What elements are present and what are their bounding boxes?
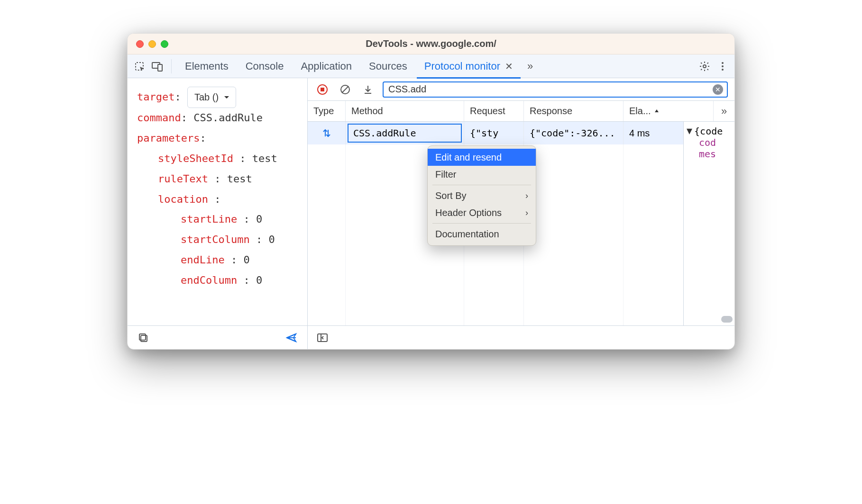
disclosure-triangle-icon[interactable]: ▼ (687, 125, 692, 136)
detail-key: cod (699, 137, 716, 148)
tab-console[interactable]: Console (238, 54, 292, 78)
chevron-down-icon (223, 95, 230, 100)
chevron-right-icon: › (525, 191, 528, 201)
ctx-edit-resend[interactable]: Edit and resend (428, 149, 536, 166)
protocol-footer (308, 325, 734, 349)
command-editor-footer (128, 325, 307, 349)
ctx-sort-by-label: Sort By (435, 190, 467, 201)
svg-point-6 (722, 69, 724, 71)
param-key: startColumn (181, 234, 250, 245)
protocol-toolbar: CSS.add ✕ (308, 78, 734, 101)
separator (171, 59, 172, 73)
tab-elements[interactable]: Elements (177, 54, 236, 78)
ctx-filter[interactable]: Filter (428, 166, 536, 183)
clear-button[interactable] (337, 81, 353, 98)
send-command-button[interactable] (284, 330, 300, 346)
ctx-documentation[interactable]: Documentation (428, 225, 536, 243)
param-value: test (252, 153, 277, 164)
tab-application[interactable]: Application (293, 54, 359, 78)
more-columns-icon[interactable]: » (714, 101, 734, 121)
protocol-log-panel: CSS.add ✕ Type Method Request Response E… (308, 78, 734, 349)
toggle-sidebar-icon[interactable] (314, 330, 330, 346)
svg-rect-8 (139, 334, 146, 340)
sort-asc-icon (654, 108, 660, 114)
svg-point-5 (722, 65, 724, 67)
param-key: styleSheetId (158, 153, 233, 164)
cell-method: CSS.addRule (346, 122, 464, 144)
command-editor-panel: target: Tab () command: CSS.addRule para… (128, 78, 308, 349)
titlebar: DevTools - www.google.com/ (128, 34, 734, 54)
more-tabs-icon[interactable]: » (523, 60, 538, 72)
table-header: Type Method Request Response Ela... » (308, 101, 734, 122)
tab-protocol-monitor[interactable]: Protocol monitor ✕ (417, 54, 521, 78)
record-button[interactable] (314, 81, 330, 98)
method-chip: CSS.addRule (348, 124, 462, 143)
context-menu: Edit and resend Filter Sort By › Header … (427, 145, 536, 246)
ctx-header-options-label: Header Options (435, 207, 502, 218)
header-method[interactable]: Method (346, 101, 464, 121)
cell-type (308, 122, 346, 144)
devtools-window: DevTools - www.google.com/ Elements Cons… (127, 33, 735, 350)
header-response[interactable]: Response (524, 101, 624, 121)
scrollbar-thumb[interactable] (721, 316, 733, 323)
ctx-sort-by[interactable]: Sort By › (428, 187, 536, 204)
filter-input[interactable]: CSS.add ✕ (383, 81, 728, 98)
kebab-menu-icon[interactable] (715, 58, 731, 74)
command-value: CSS.addRule (193, 112, 263, 124)
copy-icon[interactable] (135, 330, 151, 346)
svg-point-3 (703, 65, 706, 68)
settings-icon[interactable] (697, 58, 713, 74)
tab-sources[interactable]: Sources (361, 54, 415, 78)
svg-line-12 (342, 86, 348, 93)
target-label: target (137, 91, 174, 103)
table-row[interactable]: CSS.addRule {"sty {"code":-326... 4 ms (308, 122, 734, 144)
target-select[interactable]: Tab () (187, 87, 236, 108)
svg-point-4 (722, 62, 724, 64)
command-label: command (137, 112, 181, 124)
param-key: endLine (181, 254, 225, 266)
param-value: 0 (268, 234, 275, 245)
svg-rect-2 (158, 64, 162, 71)
devtools-tabbar: Elements Console Application Sources Pro… (128, 54, 734, 78)
cell-request: {"sty (464, 122, 524, 144)
window-title: DevTools - www.google.com/ (128, 38, 734, 49)
svg-rect-7 (141, 335, 147, 342)
param-value: 0 (256, 213, 262, 225)
ctx-header-options[interactable]: Header Options › (428, 204, 536, 221)
chevron-right-icon: › (525, 208, 528, 218)
clear-filter-icon[interactable]: ✕ (713, 84, 723, 95)
bidirectional-icon (321, 128, 332, 138)
save-button[interactable] (360, 81, 376, 98)
header-type[interactable]: Type (308, 101, 346, 121)
detail-key: mes (699, 148, 716, 160)
detail-pane[interactable]: ▼{code cod mes (683, 122, 734, 325)
param-key: endColumn (181, 274, 237, 286)
header-elapsed[interactable]: Ela... (624, 101, 714, 121)
header-elapsed-label: Ela... (629, 106, 651, 117)
target-select-value: Tab () (194, 88, 219, 107)
close-tab-icon[interactable]: ✕ (505, 61, 513, 72)
param-key: startLine (181, 213, 237, 225)
detail-line: {code (694, 126, 723, 137)
param-value: 0 (256, 274, 262, 286)
tab-protocol-monitor-label: Protocol monitor (424, 60, 500, 72)
ctx-separator (432, 185, 531, 185)
svg-rect-10 (321, 88, 324, 91)
parameters-label: parameters (137, 132, 200, 144)
device-toggle-icon[interactable] (149, 58, 165, 74)
param-value: 0 (243, 254, 249, 266)
param-key: ruleText (158, 173, 208, 185)
param-value: test (227, 173, 252, 185)
param-key: location (158, 193, 208, 205)
ctx-separator (432, 223, 531, 224)
inspect-icon[interactable] (131, 58, 147, 74)
header-request[interactable]: Request (464, 101, 524, 121)
cell-response: {"code":-326... (524, 122, 624, 144)
filter-input-value: CSS.add (388, 84, 709, 95)
